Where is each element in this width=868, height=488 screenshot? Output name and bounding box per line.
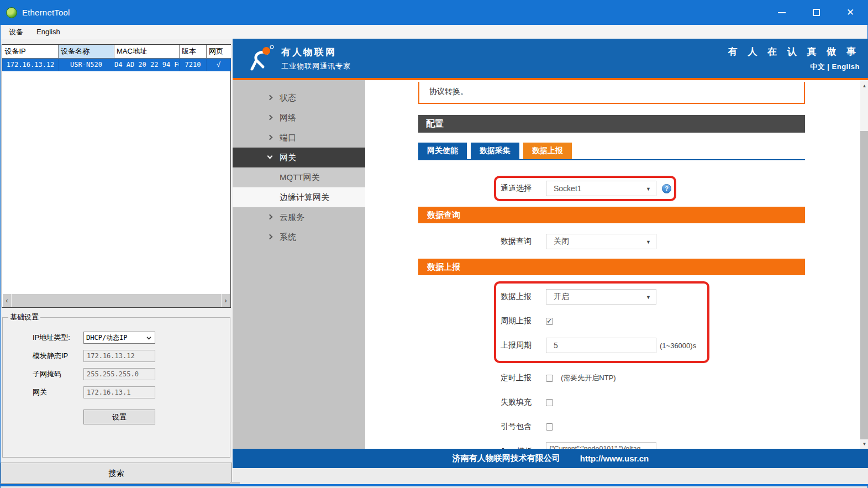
config-section-header: 配置 xyxy=(418,115,805,133)
report-period-input[interactable]: 5 xyxy=(546,338,656,353)
data-query-select[interactable]: 关闭 ▼ xyxy=(546,234,656,249)
web-link-icon[interactable]: √ xyxy=(207,59,231,71)
footer-url[interactable]: http://www.usr.cn xyxy=(580,454,649,463)
device-panel: 设备IP 设备名称 MAC地址 版本 网页 172.16.13.12 USR-N… xyxy=(1,39,233,484)
channel-select[interactable]: Socket1 ▼ xyxy=(546,181,656,196)
gateway-field[interactable]: 172.16.13.1 xyxy=(83,386,155,398)
web-brand-subtitle: 工业物联网通讯专家 xyxy=(281,61,351,71)
close-icon: ✕ xyxy=(846,8,854,17)
language-switch[interactable]: 中文 | English xyxy=(728,62,860,72)
fail-fill-label: 失败填充 xyxy=(501,397,535,407)
data-report-section-header: 数据上报 xyxy=(418,259,805,275)
data-report-select[interactable]: 开启 ▼ xyxy=(546,289,656,305)
subnet-mask-label: 子网掩码 xyxy=(33,369,83,379)
json-template-textarea[interactable]: {"Current":"node0101","Voltage":"node010… xyxy=(546,442,656,449)
chevron-right-icon xyxy=(267,135,273,140)
cycle-report-checkbox[interactable] xyxy=(546,318,553,325)
dropdown-arrow-icon: ▼ xyxy=(646,186,651,192)
vscroll-thumb[interactable] xyxy=(860,131,868,439)
scroll-down-arrow[interactable]: ▼ xyxy=(860,439,868,448)
subnet-mask-field[interactable]: 255.255.255.0 xyxy=(83,368,155,380)
sidebar-item-label: 边缘计算网关 xyxy=(280,192,329,203)
device-list: 设备IP 设备名称 MAC地址 版本 网页 172.16.13.12 USR-N… xyxy=(2,44,231,308)
timed-report-checkbox[interactable] xyxy=(546,375,553,382)
chevron-right-icon xyxy=(267,95,273,101)
search-button[interactable]: 搜索 xyxy=(1,463,232,484)
app-window: EthernetTool ✕ 设备 English 设备IP 设备名称 MAC地… xyxy=(0,0,868,488)
web-config-panel: 有人物联网 工业物联网通讯专家 有 人 在 认 真 做 事 中文 | Engli… xyxy=(233,39,868,484)
dropdown-arrow-icon: ▼ xyxy=(646,239,651,245)
web-sidebar: 状态 网络 端口 网关 MQTT网关 边缘计算网关 云服务 系统 xyxy=(233,80,365,449)
sidebar-item-cloud[interactable]: 云服务 xyxy=(233,207,365,227)
col-header-web[interactable]: 网页 xyxy=(207,45,231,59)
ip-type-select[interactable]: DHCP/动态IP xyxy=(83,332,155,344)
tab-bar: 网关使能 数据采集 数据上报 xyxy=(418,143,805,160)
ip-type-value: DHCP/动态IP xyxy=(86,333,128,343)
cell-device-ip[interactable]: 172.16.13.12 xyxy=(3,59,59,71)
report-highlight-box: 数据上报 开启 ▼ 周期上报 xyxy=(494,281,709,363)
timed-report-hint: (需要先开启NTP) xyxy=(561,373,616,383)
tab-gateway-enable[interactable]: 网关使能 xyxy=(418,143,467,159)
fail-fill-checkbox[interactable] xyxy=(546,399,553,406)
table-row[interactable]: 172.16.13.12 USR-N520 D4 AD 20 22 94 F0 … xyxy=(3,59,231,71)
sidebar-item-label: MQTT网关 xyxy=(280,172,320,183)
col-header-device-name[interactable]: 设备名称 xyxy=(59,45,114,59)
window-title: EthernetTool xyxy=(22,8,70,17)
chevron-down-icon xyxy=(267,154,273,159)
maximize-button[interactable] xyxy=(799,0,833,25)
channel-select-label: 通道选择 xyxy=(501,183,535,193)
hscroll-thumb[interactable] xyxy=(12,294,221,307)
chevron-right-icon xyxy=(267,214,273,220)
timed-report-label: 定时上报 xyxy=(501,373,535,383)
channel-select-value: Socket1 xyxy=(554,184,582,193)
gateway-label: 网关 xyxy=(33,387,83,397)
web-footer: 济南有人物联网技术有限公司 http://www.usr.cn xyxy=(233,449,868,468)
footer-company: 济南有人物联网技术有限公司 xyxy=(453,453,560,464)
device-list-hscrollbar[interactable]: ‹ › xyxy=(3,294,230,307)
quote-include-label: 引号包含 xyxy=(501,422,535,432)
minimize-button[interactable] xyxy=(765,0,799,25)
tab-data-report[interactable]: 数据上报 xyxy=(523,143,572,159)
web-content: 协议转换。 配置 网关使能 数据采集 数据上报 通道选择 Socket1 xyxy=(365,80,860,449)
basic-settings-title: 基础设置 xyxy=(8,312,40,322)
col-header-version[interactable]: 版本 xyxy=(180,45,207,59)
menu-item-device[interactable]: 设备 xyxy=(1,25,30,39)
title-bar: EthernetTool ✕ xyxy=(1,0,867,25)
close-button[interactable]: ✕ xyxy=(833,0,867,25)
content-vscrollbar[interactable]: ▲ ▼ xyxy=(860,80,868,449)
app-icon xyxy=(6,7,17,18)
usr-logo-white-icon xyxy=(249,45,275,72)
menu-item-english[interactable]: English xyxy=(30,25,67,39)
static-ip-field[interactable]: 172.16.13.12 xyxy=(83,350,155,362)
sidebar-item-label: 网关 xyxy=(280,153,296,163)
help-icon[interactable]: ? xyxy=(662,184,671,193)
cell-version[interactable]: 7210 xyxy=(180,59,207,71)
header-slogan: 有 人 在 认 真 做 事 xyxy=(728,45,860,58)
cell-mac[interactable]: D4 AD 20 22 94 F0 xyxy=(114,59,180,71)
cycle-report-label: 周期上报 xyxy=(501,316,535,326)
set-button[interactable]: 设置 xyxy=(83,410,155,424)
quote-include-checkbox[interactable] xyxy=(546,423,553,431)
basic-settings-group: 基础设置 IP地址类型: DHCP/动态IP 模块静态IP 172.16.13.… xyxy=(2,312,230,458)
scroll-up-arrow[interactable]: ▲ xyxy=(860,81,868,90)
cell-device-name[interactable]: USR-N520 xyxy=(59,59,114,71)
sidebar-item-status[interactable]: 状态 xyxy=(233,88,365,108)
sidebar-item-edge-gateway[interactable]: 边缘计算网关 xyxy=(233,187,365,207)
sidebar-item-gateway[interactable]: 网关 xyxy=(233,148,365,167)
sidebar-item-network[interactable]: 网络 xyxy=(233,108,365,128)
channel-highlight-box: 通道选择 Socket1 ▼ ? xyxy=(494,176,676,201)
scroll-left-arrow[interactable]: ‹ xyxy=(3,294,11,307)
footer-spacer xyxy=(233,468,868,484)
tab-data-collect[interactable]: 数据采集 xyxy=(471,143,519,159)
sidebar-item-mqtt-gateway[interactable]: MQTT网关 xyxy=(233,167,365,187)
web-brand-title: 有人物联网 xyxy=(281,46,351,59)
col-header-mac[interactable]: MAC地址 xyxy=(114,45,180,59)
ip-type-label: IP地址类型: xyxy=(33,333,83,343)
sidebar-item-system[interactable]: 系统 xyxy=(233,227,365,247)
web-body: 状态 网络 端口 网关 MQTT网关 边缘计算网关 云服务 系统 协议转换。 配… xyxy=(233,80,868,449)
col-header-device-ip[interactable]: 设备IP xyxy=(3,45,59,59)
sidebar-item-label: 云服务 xyxy=(280,212,304,223)
scroll-right-arrow[interactable]: › xyxy=(222,294,230,307)
sidebar-item-port[interactable]: 端口 xyxy=(233,128,365,148)
sidebar-item-label: 状态 xyxy=(280,93,296,103)
